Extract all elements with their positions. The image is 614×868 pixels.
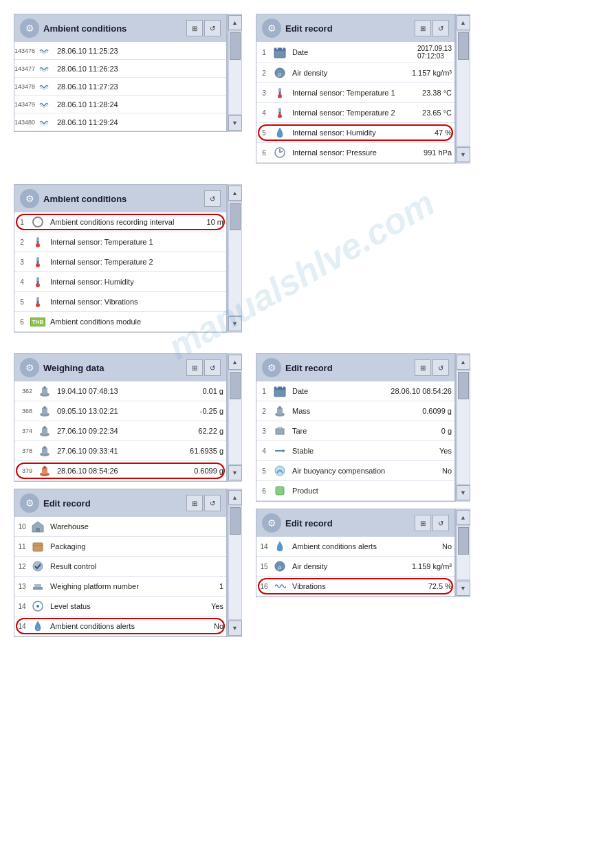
list-item[interactable]: 374 27.06.10 09:22:34 62.22 g [14,421,226,441]
scroll-down-btn[interactable]: ▼ [457,581,470,596]
list-item[interactable]: 4 Stable Yes [256,441,454,461]
ambient-wave-icon [35,43,54,58]
record-id: 143477 [14,65,35,72]
scroll-down-btn[interactable]: ▼ [228,465,242,480]
list-item[interactable]: 2 Mass 0.6099 g [256,401,454,421]
refresh-icon-btn[interactable]: ↺ [204,495,221,511]
scroll-down-btn[interactable]: ▼ [228,115,242,131]
list-item[interactable]: 3 Internal sensor: Temperature 1 23.38 °… [256,83,454,103]
filter-icon-btn[interactable]: ⊞ [186,20,203,36]
list-item[interactable]: 14 Level status Yes [14,597,226,616]
list-item[interactable]: 143478 28.06.10 11:27:23 [14,78,226,96]
row-num: 6 [256,487,270,495]
header-icon-group: ⊞ ↺ [415,359,449,376]
refresh-icon-btn[interactable]: ↺ [204,20,221,36]
filter-icon-btn[interactable]: ⊞ [415,359,431,376]
list-item[interactable]: 5 Internal sensor: Vibrations [14,292,226,312]
list-item-highlighted[interactable]: 14 ! Ambient conditions alerts No [14,616,226,636]
list-item[interactable]: 6 THB Ambient conditions module [14,312,226,332]
list-item-highlighted[interactable]: 379 28.06.10 08:54:26 0.6099 g [14,461,226,481]
scroll-down-btn[interactable]: ▼ [228,316,242,331]
scrollbar[interactable]: ▲ ▼ [227,184,242,333]
list-item[interactable]: 3 Internal sensor: Temperature 2 [14,252,226,272]
scroll-up-btn[interactable]: ▲ [228,490,242,505]
ambient-records-list: 143476 28.06.10 11:25:23 143477 [14,42,226,131]
filter-icon-btn[interactable]: ⊞ [415,515,431,531]
row-label: Vibrations [292,582,423,590]
scroll-down-btn[interactable]: ▼ [457,485,470,500]
row-num: 4 [14,278,28,286]
filter-icon-btn[interactable]: ⊞ [186,359,203,376]
scrollbar[interactable]: ▲ ▼ [455,14,470,164]
scroll-thumb[interactable] [458,372,469,399]
row-num: 6 [14,318,28,326]
list-item[interactable]: 368 09.05.10 13:02:21 -0.25 g [14,401,226,421]
list-item[interactable]: 6 Product [256,481,454,501]
row-label: Weighing platform number [50,582,214,590]
scroll-down-btn[interactable]: ▼ [228,621,242,636]
filter-icon-btn[interactable]: ⊞ [186,495,203,511]
list-item[interactable]: 2 Internal sensor: Temperature 1 [14,232,226,252]
scroll-up-btn[interactable]: ▲ [457,15,470,30]
row-content: Warehouse [47,520,226,533]
svg-rect-11 [279,112,281,116]
scroll-up-btn[interactable]: ▲ [228,15,242,30]
list-item[interactable]: 362 19.04.10 07:48:13 0.01 g [14,381,226,401]
scroll-up-btn[interactable]: ▲ [457,510,470,525]
refresh-icon-btn[interactable]: ↺ [204,190,221,207]
svg-rect-24 [37,301,39,305]
scroll-down-btn[interactable]: ▼ [457,147,470,162]
list-item[interactable]: 11 Packaging [14,537,226,557]
list-item[interactable]: 143477 28.06.10 11:26:23 [14,60,226,78]
list-item[interactable]: 4 Internal sensor: Humidity [14,272,226,292]
scrollbar[interactable]: ▲ ▼ [455,353,470,502]
scrollbar[interactable]: ▲ ▼ [455,509,470,597]
list-item[interactable]: 4 Internal sensor: Temperature 2 23.65 °… [256,103,454,123]
list-item[interactable]: 143476 28.06.10 11:25:23 [14,42,226,60]
scroll-thumb[interactable] [230,372,241,399]
list-item[interactable]: 378 27.06.10 09:33:41 61.6935 g [14,441,226,461]
list-item[interactable]: 6 Internal sensor: Pressure 991 hPa [256,143,454,163]
scroll-thumb[interactable] [458,32,469,60]
refresh-icon-btn[interactable]: ↺ [204,359,221,376]
row-value: 47 % [435,129,452,137]
record-content: 28.06.10 11:26:23 [54,62,226,76]
scrollbar[interactable]: ▲ ▼ [227,14,242,132]
list-item[interactable]: 15 ρ Air density 1.159 kg/m³ [256,557,454,577]
row-label: Tare [292,427,436,435]
row-label: Ambient conditions alerts [292,542,437,550]
scrollbar[interactable]: ▲ ▼ [227,353,242,482]
list-item[interactable]: 143479 28.06.10 11:28:24 [14,96,226,113]
svg-point-56 [278,406,281,409]
list-item[interactable]: 10 Warehouse [14,517,226,537]
scroll-up-btn[interactable]: ▲ [228,355,242,370]
list-item[interactable]: 143480 28.06.10 11:29:24 [14,113,226,131]
svg-text:ρ: ρ [278,71,282,77]
list-item[interactable]: 1 Date 2017.09.1307:12:03 [256,42,454,63]
list-item[interactable]: 14 Ambient conditions alerts No [256,537,454,557]
scroll-thumb[interactable] [458,527,469,555]
list-item[interactable]: 3 Tare 0 g [256,421,454,441]
list-item[interactable]: 1 Date 28.06.10 08:54:26 [256,381,454,401]
row-value: 1.159 kg/m³ [412,562,452,570]
scrollbar[interactable]: ▲ ▼ [227,489,242,637]
row-num: 2 [256,408,270,415]
list-item[interactable]: 13 Weighing platform number 1 [14,577,226,597]
scroll-thumb[interactable] [230,32,241,60]
refresh-icon-btn[interactable]: ↺ [432,20,449,36]
refresh-icon-btn[interactable]: ↺ [432,359,449,376]
list-item[interactable]: 12 Result control [14,557,226,577]
edit-record-ambient-title: Edit record [285,518,410,528]
scroll-up-btn[interactable]: ▲ [457,355,470,370]
list-item-highlighted[interactable]: 5 Internal sensor: Humidity 47 % [256,123,454,143]
refresh-icon-btn[interactable]: ↺ [432,515,449,531]
list-item-highlighted[interactable]: 1 Ambient conditions recording interval … [14,212,226,232]
list-item[interactable]: 2 ρ Air density 1.157 kg/m³ [256,63,454,83]
scroll-up-btn[interactable]: ▲ [228,186,242,201]
scroll-thumb[interactable] [230,507,241,535]
list-item-highlighted[interactable]: 16 Vibrations 72.5 % [256,577,454,597]
filter-icon-btn[interactable]: ⊞ [415,20,431,36]
list-item[interactable]: 5 Air buoyancy compensation No [256,461,454,481]
scroll-thumb[interactable] [230,203,241,230]
record-value: 61.6935 g [190,447,223,455]
